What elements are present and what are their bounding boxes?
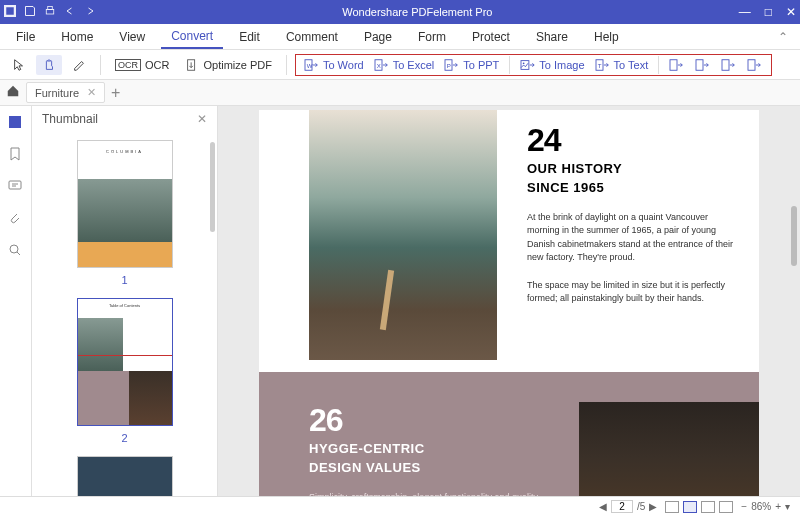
to-image-button[interactable]: To Image	[516, 56, 588, 74]
section-2-title-line1: HYGGE-CENTRIC	[309, 441, 579, 458]
tab-close-icon[interactable]: ✕	[87, 86, 96, 99]
tab-label: Furniture	[35, 87, 79, 99]
document-viewport[interactable]: 24 OUR HISTORY SINCE 1965 At the brink o…	[218, 106, 800, 496]
sidebar-attachments-icon[interactable]	[7, 210, 25, 228]
menu-help[interactable]: Help	[584, 26, 629, 48]
to-excel-button[interactable]: XTo Excel	[370, 56, 439, 74]
menu-share[interactable]: Share	[526, 26, 578, 48]
menu-collapse-icon[interactable]: ⌃	[772, 26, 794, 48]
add-tab-button[interactable]: +	[111, 84, 120, 102]
svg-rect-1	[6, 7, 14, 15]
section-1-paragraph-2: The space may be limited in size but it …	[527, 279, 739, 306]
window-title: Wondershare PDFelement Pro	[96, 6, 739, 18]
home-tab-icon[interactable]	[6, 84, 20, 101]
redo-icon[interactable]	[84, 5, 96, 20]
view-facing-continuous-icon[interactable]	[719, 501, 733, 513]
section-2-number: 26	[309, 402, 579, 439]
maximize-button[interactable]: □	[765, 5, 772, 19]
page-number-input[interactable]	[611, 500, 633, 513]
zoom-dropdown-icon[interactable]: ▾	[785, 501, 790, 512]
prev-page-button[interactable]: ◀	[599, 501, 607, 512]
edit-tool[interactable]	[66, 55, 92, 75]
to-epub-button[interactable]	[665, 56, 689, 74]
print-icon[interactable]	[44, 5, 56, 20]
thumbnail-page-3[interactable]	[52, 456, 197, 496]
thumbnail-page-1[interactable]: COLUMBIA 1	[52, 140, 197, 286]
menu-convert[interactable]: Convert	[161, 25, 223, 49]
svg-point-21	[10, 245, 18, 253]
sidebar-search-icon[interactable]	[7, 242, 25, 260]
section-1-number: 24	[527, 122, 739, 159]
menu-home[interactable]: Home	[51, 26, 103, 48]
close-button[interactable]: ✕	[786, 5, 796, 19]
svg-rect-2	[46, 9, 54, 14]
menu-comment[interactable]: Comment	[276, 26, 348, 48]
svg-rect-18	[748, 59, 755, 70]
undo-icon[interactable]	[64, 5, 76, 20]
to-html-button[interactable]	[691, 56, 715, 74]
menu-page[interactable]: Page	[354, 26, 402, 48]
view-mode-group	[665, 501, 733, 513]
svg-rect-11	[521, 60, 529, 69]
to-pdfa-button[interactable]	[743, 56, 767, 74]
to-rtf-button[interactable]	[717, 56, 741, 74]
minimize-button[interactable]: —	[739, 5, 751, 19]
svg-rect-3	[48, 6, 53, 9]
sidebar-comments-icon[interactable]	[7, 178, 25, 196]
svg-text:X: X	[376, 61, 380, 68]
sidebar-thumbnails-icon[interactable]	[7, 114, 25, 132]
section-1-title-line2: SINCE 1965	[527, 180, 739, 197]
to-text-button[interactable]: TTo Text	[591, 56, 653, 74]
convert-toolbar-highlight: WTo Word XTo Excel PTo PPT To Image TTo …	[295, 54, 772, 76]
svg-rect-20	[9, 181, 21, 189]
total-pages: /5	[637, 501, 645, 512]
menu-file[interactable]: File	[6, 26, 45, 48]
view-facing-icon[interactable]	[701, 501, 715, 513]
save-icon[interactable]	[24, 5, 36, 20]
zoom-out-button[interactable]: −	[741, 501, 747, 512]
menu-protect[interactable]: Protect	[462, 26, 520, 48]
to-ppt-button[interactable]: PTo PPT	[440, 56, 503, 74]
zoom-in-button[interactable]: +	[775, 501, 781, 512]
menu-form[interactable]: Form	[408, 26, 456, 48]
svg-text:W: W	[307, 61, 313, 68]
svg-point-12	[523, 62, 525, 64]
next-page-button[interactable]: ▶	[649, 501, 657, 512]
section-2-image	[579, 402, 759, 496]
ocr-button[interactable]: OCROCR	[109, 56, 175, 74]
document-tab[interactable]: Furniture ✕	[26, 82, 105, 103]
svg-text:T: T	[597, 61, 601, 68]
section-1-title-line1: OUR HISTORY	[527, 161, 739, 178]
zoom-level: 86%	[751, 501, 771, 512]
section-2-paragraph-1: Simplicity, craftsmanship, elegant funct…	[309, 491, 579, 496]
svg-rect-15	[670, 59, 677, 70]
menu-view[interactable]: View	[109, 26, 155, 48]
document-scrollbar[interactable]	[791, 206, 797, 266]
section-2-title-line2: DESIGN VALUES	[309, 460, 579, 477]
select-tool[interactable]	[6, 55, 32, 75]
sidebar-bookmarks-icon[interactable]	[7, 146, 25, 164]
svg-rect-19	[9, 116, 21, 128]
to-word-button[interactable]: WTo Word	[300, 56, 368, 74]
menu-edit[interactable]: Edit	[229, 26, 270, 48]
svg-rect-16	[696, 59, 703, 70]
thumbnail-scrollbar[interactable]	[210, 142, 215, 232]
thumbnail-page-2[interactable]: Table of Contents 2	[52, 298, 197, 444]
view-continuous-icon[interactable]	[683, 501, 697, 513]
menu-bar: File Home View Convert Edit Comment Page…	[0, 24, 800, 50]
svg-text:P: P	[447, 61, 451, 68]
optimize-pdf-button[interactable]: Optimize PDF	[179, 55, 277, 75]
thumbnail-panel-title: Thumbnail	[42, 112, 98, 126]
svg-rect-17	[722, 59, 729, 70]
section-1-paragraph-1: At the brink of daylight on a quaint Van…	[527, 211, 739, 265]
hero-image	[309, 110, 497, 360]
app-logo-icon	[4, 5, 16, 20]
view-single-icon[interactable]	[665, 501, 679, 513]
hand-tool[interactable]	[36, 55, 62, 75]
thumbnail-panel-close-icon[interactable]: ✕	[197, 112, 207, 126]
page-content: 24 OUR HISTORY SINCE 1965 At the brink o…	[259, 110, 759, 496]
